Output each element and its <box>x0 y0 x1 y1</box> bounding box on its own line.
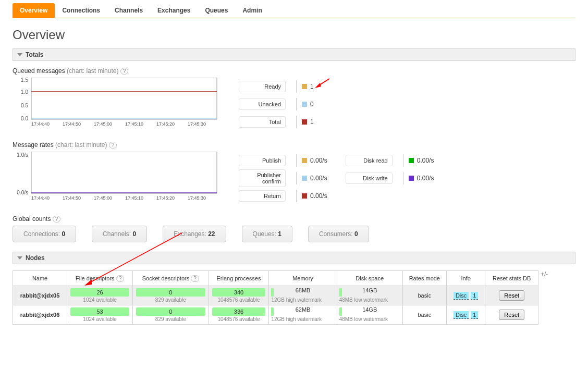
global-counts-heading: Global counts ? <box>13 215 575 223</box>
legend-label[interactable]: Disk write <box>346 172 393 184</box>
svg-text:17:44:50: 17:44:50 <box>63 195 81 201</box>
svg-text:17:45:20: 17:45:20 <box>156 195 175 201</box>
svg-text:17:44:40: 17:44:40 <box>31 195 50 201</box>
legend-swatch-icon <box>302 119 307 125</box>
svg-text:17:45:10: 17:45:10 <box>125 195 143 201</box>
svg-text:17:45:30: 17:45:30 <box>188 121 206 127</box>
table-cell: 3401048576 available <box>209 286 269 305</box>
legend-value: 0.00/s <box>417 157 434 164</box>
legend-swatch-icon <box>302 84 307 89</box>
legend-swatch-icon <box>302 193 307 199</box>
nav-tab-channels[interactable]: Channels <box>107 3 150 18</box>
svg-text:17:45:20: 17:45:20 <box>156 121 175 127</box>
nav-tab-exchanges[interactable]: Exchanges <box>150 3 198 18</box>
table-cell: 68MB12GB high watermark <box>269 286 337 305</box>
chevron-down-icon <box>17 53 22 56</box>
totals-header[interactable]: Totals <box>13 48 575 61</box>
queued-messages-chart: 1.5 1.0 0.5 0.0 17:44:40 17:44:50 17:45:… <box>13 78 218 127</box>
legend-swatch-icon <box>409 158 414 163</box>
queued-legend: Ready1Unacked0Total1 <box>239 78 314 131</box>
col-header[interactable]: Erlang processes <box>209 271 269 286</box>
svg-text:0.0: 0.0 <box>21 116 28 121</box>
col-header[interactable]: Rates mode <box>402 271 446 286</box>
nav-tab-connections[interactable]: Connections <box>55 3 107 18</box>
message-rates-heading: Message rates (chart: last minute) ? <box>13 141 575 149</box>
page-title: Overview <box>13 28 575 42</box>
legend-label[interactable]: Disk read <box>346 155 393 166</box>
nav-tab-overview[interactable]: Overview <box>13 3 55 18</box>
svg-text:17:45:30: 17:45:30 <box>188 195 206 201</box>
svg-text:17:45:10: 17:45:10 <box>125 121 143 127</box>
svg-text:1.0: 1.0 <box>21 89 28 95</box>
node-name[interactable]: rabbit@xjdx06 <box>13 305 67 325</box>
info-tag[interactable]: Disc <box>454 311 469 319</box>
legend-swatch-icon <box>409 176 414 181</box>
svg-text:0.0/s: 0.0/s <box>17 190 28 195</box>
nodes-header[interactable]: Nodes <box>13 252 575 264</box>
help-icon[interactable]: ? <box>191 275 199 282</box>
rates-legend: Publish0.00/sPublisher confirm0.00/sRetu… <box>239 152 452 205</box>
svg-text:1.5: 1.5 <box>21 78 28 83</box>
reset-button[interactable]: Reset <box>499 310 524 320</box>
svg-text:17:45:00: 17:45:00 <box>94 195 112 201</box>
node-name[interactable]: rabbit@xjdx05 <box>13 286 67 305</box>
rates-mode: basic <box>402 286 446 305</box>
legend-label[interactable]: Ready <box>239 81 286 92</box>
queued-messages-heading: Queued messages (chart: last minute) ? <box>13 67 575 75</box>
table-cell: 531024 available <box>67 305 133 325</box>
legend-value: 0.00/s <box>310 175 327 182</box>
nav-tab-admin[interactable]: Admin <box>235 3 269 18</box>
table-cell: 14GB48MB low watermark <box>337 286 402 305</box>
rates-mode: basic <box>402 305 446 325</box>
svg-text:17:45:00: 17:45:00 <box>94 121 112 127</box>
info-tag[interactable]: Disc <box>454 292 469 300</box>
global-counts: Connections: 0Channels: 0Exchanges: 22Qu… <box>13 226 575 242</box>
stat-queues[interactable]: Queues: 1 <box>242 226 292 242</box>
table-cell: 62MB12GB high watermark <box>269 305 337 325</box>
col-header[interactable]: Reset stats DB <box>485 271 538 286</box>
legend-value: 1 <box>310 83 314 90</box>
help-icon[interactable]: ? <box>109 142 117 149</box>
svg-marker-14 <box>315 83 321 88</box>
col-header[interactable]: File descriptors ? <box>67 271 133 286</box>
help-icon[interactable]: ? <box>116 275 125 282</box>
legend-value: 1 <box>310 118 314 126</box>
message-rates-chart: 1.0/s 0.0/s 17:44:40 17:44:50 17:45:00 1… <box>13 152 218 201</box>
add-remove-columns[interactable]: +/- <box>538 270 548 278</box>
help-icon[interactable]: ? <box>53 216 61 223</box>
col-header[interactable]: Info <box>446 271 485 286</box>
help-icon[interactable]: ? <box>120 68 129 75</box>
svg-rect-0 <box>31 78 217 119</box>
info-tag[interactable]: 1 <box>471 292 478 300</box>
legend-label[interactable]: Total <box>239 116 286 128</box>
main-nav: OverviewConnectionsChannelsExchangesQueu… <box>13 3 575 18</box>
svg-rect-15 <box>31 152 217 193</box>
table-cell: 14GB48MB low watermark <box>337 305 402 325</box>
legend-swatch-icon <box>302 102 307 107</box>
stat-consumers[interactable]: Consumers: 0 <box>308 226 369 242</box>
col-header[interactable]: Memory <box>269 271 337 286</box>
stat-connections[interactable]: Connections: 0 <box>13 226 76 242</box>
stat-exchanges[interactable]: Exchanges: 22 <box>163 226 226 242</box>
info-cell: Disc1 <box>446 286 485 305</box>
col-header[interactable]: Name <box>13 271 67 286</box>
col-header[interactable]: Disk space <box>337 271 402 286</box>
info-tag[interactable]: 1 <box>471 311 478 319</box>
legend-label[interactable]: Return <box>239 190 286 202</box>
table-cell: 3361048576 available <box>209 305 269 325</box>
stat-channels[interactable]: Channels: 0 <box>92 226 147 242</box>
col-header[interactable]: Socket descriptors ? <box>133 271 209 286</box>
info-cell: Disc1 <box>446 305 485 325</box>
nodes-table: NameFile descriptors ?Socket descriptors… <box>13 270 538 325</box>
annotation-arrow-icon <box>315 78 330 88</box>
legend-label[interactable]: Publisher confirm <box>239 169 286 187</box>
svg-text:0.5: 0.5 <box>21 103 28 108</box>
legend-label[interactable]: Unacked <box>239 98 286 110</box>
nav-tab-queues[interactable]: Queues <box>198 3 235 18</box>
legend-swatch-icon <box>302 158 307 163</box>
table-cell: 0829 available <box>133 305 209 325</box>
svg-text:17:44:50: 17:44:50 <box>63 121 81 127</box>
reset-button[interactable]: Reset <box>499 290 524 301</box>
legend-label[interactable]: Publish <box>239 155 286 166</box>
legend-value: 0.00/s <box>310 192 327 200</box>
